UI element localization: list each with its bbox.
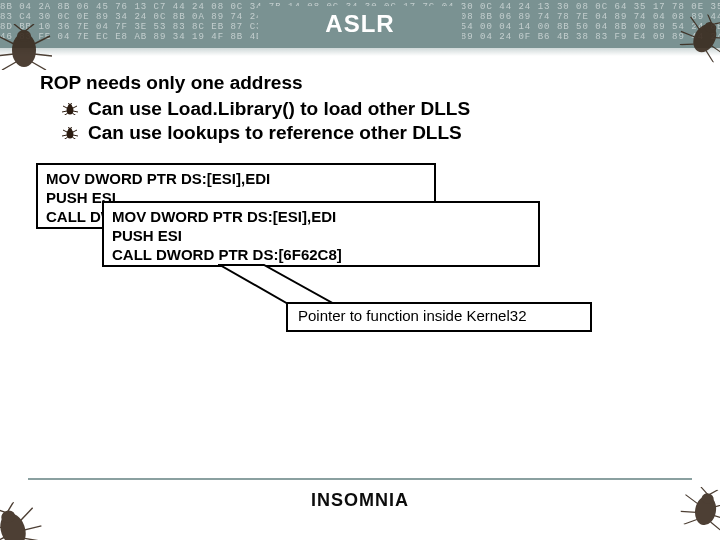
svg-marker-12 [220,265,336,305]
bullet-text: Can use lookups to reference other DLLS [88,122,462,144]
cockroach-icon [0,24,54,70]
bullet-item: Can use lookups to reference other DLLS [40,122,680,144]
page-title: ASLR [325,10,394,38]
content-area: ROP needs only one address Can use Load.… [40,72,680,146]
bullet-bug-icon [62,103,78,115]
footer-divider [28,478,692,480]
header-bar: 8B 04 2A 8B 06 45 76 13 C7 44 24 08 0C 3… [0,0,720,48]
bullet-bug-icon [62,127,78,139]
code-box-front: MOV DWORD PTR DS:[ESI],EDI PUSH ESI CALL… [102,201,540,267]
bullet-text: Can use Load.Library() to load other DLL… [88,98,470,120]
code-line: CALL DWORD PTR DS:[6F62C8] [112,245,530,264]
callout-text: Pointer to function inside Kernel32 [298,307,526,324]
code-line: MOV DWORD PTR DS:[ESI],EDI [46,169,426,188]
bullet-item: Can use Load.Library() to load other DLL… [40,98,680,120]
footer-brand: INSOMNIA [0,490,720,511]
code-line: MOV DWORD PTR DS:[ESI],EDI [112,207,530,226]
content-heading: ROP needs only one address [40,72,680,94]
callout-text-box: Pointer to function inside Kernel32 [286,302,592,332]
code-line: PUSH ESI [112,226,530,245]
header-shadow [0,48,720,56]
